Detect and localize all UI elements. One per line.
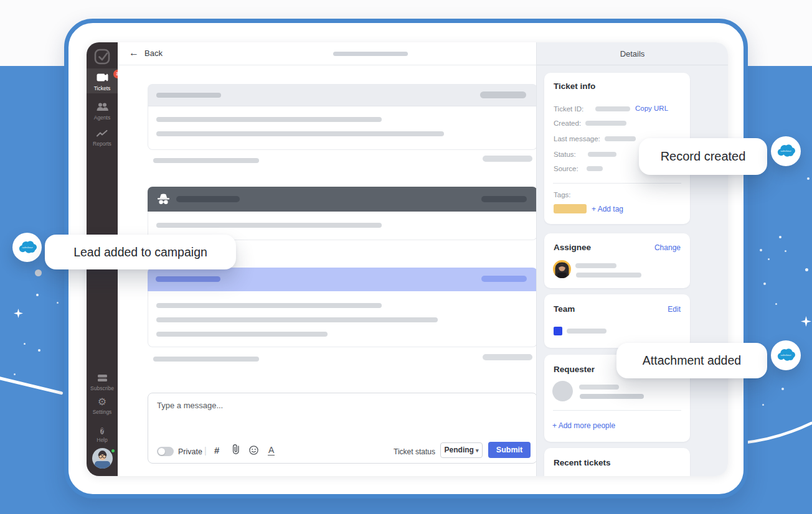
decor-dot: [762, 404, 764, 406]
skeleton-bar: [156, 276, 220, 282]
details-panel: Details Ticket info Ticket ID: Copy URL …: [536, 42, 728, 476]
decor-dot: [35, 269, 42, 276]
skeleton-bar: [333, 52, 408, 56]
help-icon: ?: [100, 428, 104, 434]
edit-team-link[interactable]: Edit: [668, 305, 681, 314]
subscribe-icon: [98, 375, 107, 381]
card-title: Team: [554, 304, 575, 314]
sidebar-item-label: Agents: [87, 114, 118, 121]
salesforce-wordmark: salesforce: [780, 354, 791, 357]
change-assignee-link[interactable]: Change: [654, 243, 681, 252]
skeleton-bar: [579, 385, 619, 390]
copy-url-link[interactable]: Copy URL: [635, 105, 668, 112]
skeleton-bar: [575, 263, 616, 268]
attachment-icon[interactable]: [232, 444, 240, 455]
skeleton-bar: [153, 158, 259, 163]
card-title: Ticket info: [554, 82, 595, 91]
decor-dot: [779, 236, 781, 238]
gear-icon: ⚙: [98, 396, 106, 407]
skeleton-bar: [156, 303, 382, 308]
sidebar-item-agents[interactable]: Agents: [87, 98, 118, 122]
row-label: Ticket ID:: [554, 105, 583, 113]
incognito-icon: [156, 193, 171, 205]
app-logo[interactable]: [87, 45, 118, 68]
sidebar-item-subscribe[interactable]: Subscribe: [87, 368, 118, 392]
skeleton-pill: [483, 354, 532, 360]
divider: [553, 410, 681, 411]
skeleton-bar: [580, 394, 644, 399]
user-avatar[interactable]: [87, 448, 118, 473]
skeleton-pill: [481, 196, 527, 202]
sidebar-item-tickets[interactable]: 3 Tickets: [87, 68, 118, 93]
ticket-status-label: Ticket status: [394, 447, 435, 456]
sidebar-item-label: Reports: [87, 141, 118, 147]
requester-avatar-placeholder: [552, 381, 573, 401]
sidebar-item-label: Subscribe: [87, 385, 118, 391]
hashtag-icon[interactable]: #: [214, 445, 219, 456]
emoji-icon[interactable]: [249, 446, 258, 455]
team-color-swatch: [554, 327, 562, 335]
status-value: Pending: [445, 446, 474, 454]
private-toggle[interactable]: [157, 447, 174, 456]
private-label: Private: [178, 447, 202, 456]
add-more-people-link[interactable]: + Add more people: [552, 421, 615, 430]
decor-dot: [768, 258, 770, 260]
skeleton-bar: [587, 166, 603, 171]
decor-dot: [805, 268, 808, 271]
assignee-card: Assignee Change: [544, 233, 690, 288]
message-body: [148, 106, 537, 150]
skeleton-bar: [176, 196, 240, 202]
tags-label: Tags:: [554, 191, 571, 199]
private-note-header: [148, 187, 537, 212]
decor-dot: [775, 303, 777, 305]
sidebar-item-label: Settings: [87, 409, 118, 415]
skeleton-pill: [480, 91, 526, 98]
row-label: Created:: [554, 119, 581, 127]
skeleton-bar: [156, 332, 328, 337]
decor-line: [0, 376, 64, 395]
submit-button[interactable]: Submit: [488, 442, 531, 458]
skeleton-bar: [156, 317, 438, 322]
salesforce-icon: salesforce: [775, 344, 797, 367]
tag-chip[interactable]: [554, 204, 587, 213]
add-tag-link[interactable]: + Add tag: [592, 205, 623, 213]
chevron-down-icon: ▾: [476, 447, 479, 454]
divider: |: [204, 446, 207, 456]
sidebar-item-settings[interactable]: ⚙ Settings: [87, 395, 118, 418]
row-label: Last message:: [554, 135, 600, 143]
skeleton-bar: [156, 131, 444, 136]
avatar-photo: [92, 448, 113, 469]
recent-tickets-card: Recent tickets: [544, 448, 690, 476]
decor-dot: [57, 302, 59, 304]
card-title: Recent tickets: [554, 458, 611, 467]
salesforce-icon: salesforce: [775, 140, 797, 162]
salesforce-icon: salesforce: [16, 236, 39, 259]
topbar: ← Back: [118, 42, 567, 65]
checkmark-logo-icon: [93, 47, 111, 66]
sidebar-item-label: Help: [87, 437, 118, 443]
conversation-area: Private | # A Ticket status Pending▾ Sub…: [118, 65, 567, 476]
skeleton-bar: [605, 136, 636, 141]
private-note-card: [148, 187, 537, 240]
skeleton-bar: [585, 121, 626, 126]
salesforce-badge: salesforce: [771, 136, 801, 166]
composer: Private | # A Ticket status Pending▾ Sub…: [148, 393, 537, 464]
decor-curve: [738, 414, 812, 452]
skeleton-bar: [156, 93, 221, 98]
back-label: Back: [144, 49, 163, 58]
sidebar-item-help[interactable]: ? Help: [87, 421, 118, 444]
decor-dot: [807, 177, 810, 180]
sidebar-item-reports[interactable]: Reports: [87, 123, 118, 147]
back-button[interactable]: ← Back: [129, 48, 163, 58]
status-dropdown[interactable]: Pending▾: [440, 442, 483, 458]
skeleton-bar: [153, 357, 259, 362]
message-input[interactable]: [157, 401, 406, 426]
tooltip-attachment-added: Attachment added: [616, 343, 767, 378]
decor-dot: [760, 249, 762, 251]
tooltip-record-created: Record created: [639, 138, 767, 175]
decor-dot: [24, 343, 26, 345]
highlighted-body: [148, 291, 537, 347]
text-color-icon[interactable]: A: [268, 445, 275, 456]
decor-dot: [38, 349, 40, 352]
online-status-dot: [110, 448, 116, 454]
